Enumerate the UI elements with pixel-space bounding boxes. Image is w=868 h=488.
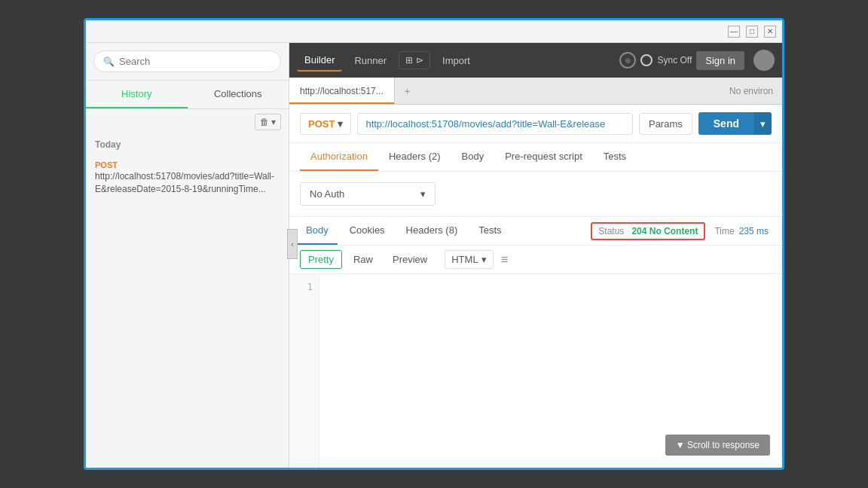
history-url: http://localhost:51708/movies/add?title=… bbox=[95, 170, 280, 196]
search-input[interactable] bbox=[119, 56, 271, 67]
nav-runner-button[interactable]: Runner bbox=[347, 50, 394, 71]
sign-in-button[interactable]: Sign in bbox=[696, 51, 744, 70]
maximize-button[interactable]: □ bbox=[746, 26, 758, 38]
sidebar: 🔍 History Collections 🗑 ▾ Today bbox=[86, 43, 289, 468]
minimize-button[interactable]: — bbox=[728, 26, 740, 38]
resp-tab-headers[interactable]: Headers (8) bbox=[397, 217, 467, 245]
sidebar-toolbar: 🗑 ▾ bbox=[86, 109, 289, 135]
current-tab[interactable]: http://localhost:517... bbox=[289, 78, 395, 104]
sync-circle-icon bbox=[640, 54, 653, 66]
request-tabs: Authorization Headers (2) Body Pre-reque… bbox=[289, 143, 782, 172]
sidebar-tab-history[interactable]: History bbox=[86, 81, 188, 108]
tab-prerequest[interactable]: Pre-request script bbox=[494, 143, 593, 171]
sync-off-button[interactable]: Sync Off bbox=[657, 55, 692, 66]
method-dropdown[interactable]: POST ▾ bbox=[300, 113, 351, 135]
search-wrap[interactable]: 🔍 bbox=[93, 50, 281, 72]
titlebar: — □ ✕ bbox=[86, 20, 782, 43]
format-preview[interactable]: Preview bbox=[384, 250, 436, 269]
globe-icon: ⊕ bbox=[619, 52, 636, 69]
tab-body[interactable]: Body bbox=[451, 143, 495, 171]
tab-authorization[interactable]: Authorization bbox=[300, 143, 378, 171]
auth-section: No Auth ▾ bbox=[289, 172, 782, 217]
search-icon: 🔍 bbox=[103, 56, 115, 67]
app-container: 🔍 History Collections 🗑 ▾ Today bbox=[86, 43, 782, 468]
auth-type-dropdown[interactable]: No Auth ▾ bbox=[300, 182, 436, 206]
params-button[interactable]: Params bbox=[639, 113, 692, 135]
close-button[interactable]: ✕ bbox=[764, 26, 776, 38]
send-dropdown-button[interactable]: ▾ bbox=[754, 112, 772, 135]
line-numbers: 1 bbox=[289, 274, 319, 468]
nav-builder-button[interactable]: Builder bbox=[297, 50, 342, 72]
history-method: POST bbox=[95, 160, 118, 169]
wrap-button[interactable]: ≡ bbox=[501, 253, 508, 267]
response-section: Body Cookies Headers (8) Tests Status bbox=[289, 217, 782, 468]
tab-headers[interactable]: Headers (2) bbox=[378, 143, 451, 171]
time-section: Time 235 ms bbox=[708, 226, 775, 236]
resp-tab-cookies[interactable]: Cookies bbox=[341, 217, 394, 245]
history-item[interactable]: POST http://localhost:51708/movies/add?t… bbox=[86, 154, 289, 200]
search-bar: 🔍 bbox=[86, 43, 289, 81]
app-window: — □ ✕ 🔍 History Collections bbox=[84, 18, 784, 470]
format-bar: Pretty Raw Preview HTML ▾ ≡ bbox=[289, 246, 782, 274]
sidebar-tab-collections[interactable]: Collections bbox=[188, 81, 289, 108]
sidebar-collapse-button[interactable]: ‹ bbox=[287, 229, 298, 259]
resp-tab-body[interactable]: Body bbox=[297, 217, 338, 245]
main-area: Builder Runner ⊞ ⊳ Import ⊕ Sync Off bbox=[289, 43, 782, 468]
scroll-to-response-button[interactable]: ▼ Scroll to response bbox=[665, 435, 770, 456]
avatar[interactable] bbox=[753, 50, 775, 71]
response-tabs-bar: Body Cookies Headers (8) Tests Status bbox=[289, 217, 782, 246]
top-nav: Builder Runner ⊞ ⊳ Import ⊕ Sync Off bbox=[289, 43, 782, 78]
nav-import-button[interactable]: Import bbox=[435, 50, 478, 71]
add-tab-button[interactable]: ＋ bbox=[395, 78, 420, 104]
trash-button[interactable]: 🗑 ▾ bbox=[255, 114, 281, 130]
send-button[interactable]: Send bbox=[698, 112, 754, 135]
status-badge: Status 204 No Content bbox=[591, 222, 705, 240]
format-pretty[interactable]: Pretty bbox=[300, 250, 342, 269]
tab-tests[interactable]: Tests bbox=[593, 143, 637, 171]
format-raw[interactable]: Raw bbox=[345, 250, 381, 269]
environment-selector[interactable]: No environ bbox=[720, 78, 782, 104]
section-label: Today bbox=[86, 135, 289, 154]
url-input[interactable] bbox=[357, 113, 633, 135]
sidebar-tabs: History Collections bbox=[86, 81, 289, 109]
resp-tab-tests[interactable]: Tests bbox=[469, 217, 510, 245]
tab-bar: http://localhost:517... ＋ No environ bbox=[289, 78, 782, 105]
request-bar: POST ▾ Params Send ▾ bbox=[289, 105, 782, 143]
new-tab-button[interactable]: ⊞ ⊳ bbox=[399, 51, 430, 69]
format-type-dropdown[interactable]: HTML ▾ bbox=[445, 250, 493, 269]
send-button-group: Send ▾ bbox=[698, 112, 772, 135]
